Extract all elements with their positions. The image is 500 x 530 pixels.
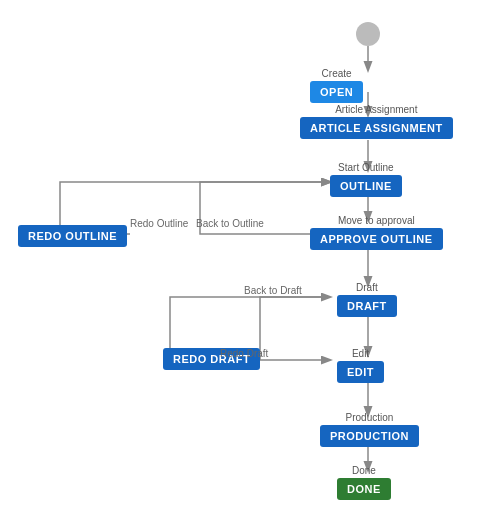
- back-to-draft-label: Back to Draft: [244, 285, 302, 296]
- approve-outline-button[interactable]: APPROVE OUTLINE: [310, 228, 443, 250]
- edit-button[interactable]: EDIT: [337, 361, 384, 383]
- done-button[interactable]: DONE: [337, 478, 391, 500]
- start-circle: [356, 22, 380, 46]
- draft-label: Draft: [337, 282, 397, 293]
- approve-outline-label: Move to approval: [310, 215, 443, 226]
- arrows-svg: [0, 0, 500, 530]
- edit-label: Edit: [337, 348, 384, 359]
- article-assignment-label: Article Assignment: [300, 104, 453, 115]
- production-label: Production: [320, 412, 419, 423]
- production-button[interactable]: PRODUCTION: [320, 425, 419, 447]
- open-label: Create: [322, 68, 352, 79]
- outline-label: Start Outline: [330, 162, 402, 173]
- redo-draft-label: Redo Draft: [220, 348, 268, 359]
- draft-button[interactable]: DRAFT: [337, 295, 397, 317]
- node-open: Create OPEN: [310, 68, 363, 103]
- done-label: Done: [337, 465, 391, 476]
- redo-outline-button[interactable]: REDO OUTLINE: [18, 225, 127, 247]
- outline-button[interactable]: OUTLINE: [330, 175, 402, 197]
- back-to-outline-label: Back to Outline: [196, 218, 264, 229]
- redo-outline-label: Redo Outline: [130, 218, 188, 229]
- article-assignment-button[interactable]: ARTICLE ASSIGNMENT: [300, 117, 453, 139]
- open-button[interactable]: OPEN: [310, 81, 363, 103]
- workflow-diagram: Create OPEN Article Assignment ARTICLE A…: [0, 0, 500, 530]
